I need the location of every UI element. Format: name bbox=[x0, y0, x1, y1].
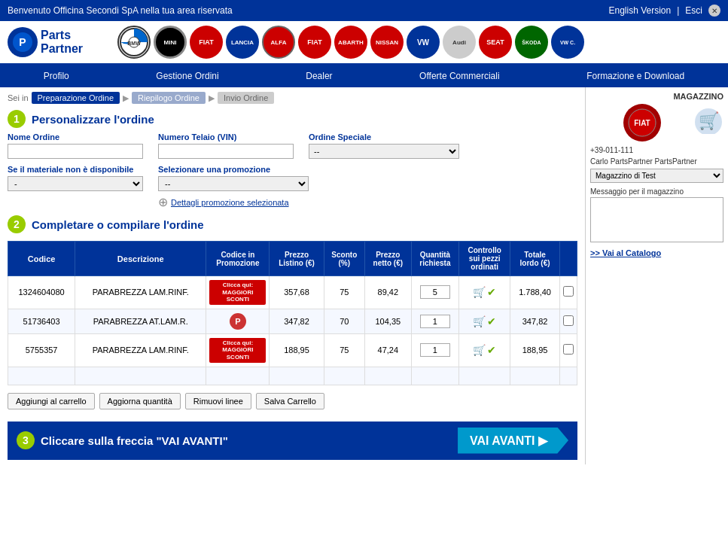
magazzino-select[interactable]: Magazzino di Test bbox=[590, 169, 723, 183]
brand-bar: P Parts Partner BMW MINI FIAT LANCIA ALF… bbox=[0, 21, 728, 65]
row-checkbox-3[interactable] bbox=[563, 344, 574, 355]
promo-badge-p[interactable]: P bbox=[230, 313, 246, 330]
numero-telaio-label: Numero Telaio (VIN) bbox=[158, 132, 294, 142]
cart-large-icon: 🛒 bbox=[693, 107, 723, 139]
nav-bar: Profilo Gestione Ordini Dealer Offerte C… bbox=[0, 65, 728, 87]
table-row: 51736403 PARABREZZA AT.LAM.R. P 347,82 7… bbox=[8, 309, 577, 333]
empty-netto bbox=[365, 367, 412, 385]
cell-totale: 347,82 bbox=[510, 309, 560, 333]
promo-badge-maggiori-sconti[interactable]: Clicca qui:MAGGIORISCONTI bbox=[209, 280, 266, 305]
table-row: 5755357 PARABREZZA LAM.RINF. Clicca qui:… bbox=[8, 333, 577, 367]
brand-fiat2[interactable]: FIAT bbox=[298, 26, 331, 59]
brand-abarth[interactable]: ABARTH bbox=[334, 26, 367, 59]
magazzino-phone: +39-011-111 bbox=[590, 146, 723, 154]
nav-dealer[interactable]: Dealer bbox=[291, 65, 347, 87]
nav-offerte-commerciali[interactable]: Offerte Commerciali bbox=[404, 65, 514, 87]
qty-input-1[interactable] bbox=[420, 285, 450, 299]
top-bar: Benvenuto Officina Secondi SpA nella tua… bbox=[0, 0, 728, 21]
cell-prezzo-listino: 357,68 bbox=[270, 276, 324, 309]
breadcrumb-step1[interactable]: Preparazione Ordine bbox=[32, 92, 120, 104]
brand-vw-commercial[interactable]: VW C. bbox=[551, 26, 584, 59]
materiale-select[interactable]: - bbox=[8, 176, 143, 191]
cell-desc: PARABREZZA LAM.RINF. bbox=[75, 333, 206, 367]
cell-checkbox bbox=[560, 276, 577, 309]
nav-gestione-ordini[interactable]: Gestione Ordini bbox=[141, 65, 233, 87]
cell-sconto: 75 bbox=[324, 276, 364, 309]
magazzino-title: MAGAZZINO bbox=[590, 92, 723, 101]
section3-bar: 3 Cliccare sulla freccia "VAI AVANTI" VA… bbox=[8, 422, 577, 460]
brand-seat[interactable]: SEAT bbox=[479, 26, 512, 59]
msg-textarea[interactable] bbox=[590, 197, 723, 242]
table-header-row: Codice Descrizione Codice inPromozione P… bbox=[8, 242, 577, 276]
numero-telaio-group: Numero Telaio (VIN) bbox=[158, 132, 294, 159]
top-bar-right: English Version | Esci ✕ bbox=[608, 5, 720, 17]
brand-bmw[interactable]: BMW bbox=[117, 26, 151, 59]
action-icons-1: 🛒 ✔ bbox=[462, 286, 507, 298]
col-qty: Quantitàrichiesta bbox=[411, 242, 459, 276]
fiat-logo: FIAT bbox=[623, 104, 661, 142]
check-icon-1: ✔ bbox=[487, 286, 496, 298]
left-panel: Sei in Preparazione Ordine ▶ Riepilogo O… bbox=[0, 87, 585, 464]
english-version-link[interactable]: English Version bbox=[608, 5, 671, 16]
breadcrumb-step2[interactable]: Riepilogo Ordine bbox=[132, 92, 206, 104]
promo-label: Selezionare una promozione bbox=[158, 165, 309, 174]
qty-input-2[interactable] bbox=[420, 315, 450, 328]
promo-detail-link[interactable]: Dettagli promozione selezionata bbox=[171, 198, 289, 207]
cell-totale: 188,95 bbox=[510, 333, 560, 367]
cell-checkbox bbox=[560, 333, 577, 367]
order-table-section: Codice Descrizione Codice inPromozione P… bbox=[8, 241, 577, 385]
table-row-empty bbox=[8, 367, 577, 385]
ordine-speciale-select[interactable]: -- bbox=[309, 144, 459, 159]
cart-icon-1[interactable]: 🛒 bbox=[473, 286, 486, 298]
ordine-speciale-label: Ordine Speciale bbox=[309, 132, 459, 142]
breadcrumb-arrow2: ▶ bbox=[209, 93, 215, 103]
brand-lancia[interactable]: LANCIA bbox=[226, 26, 259, 59]
nome-ordine-group: Nome Ordine bbox=[8, 132, 143, 159]
order-table: Codice Descrizione Codice inPromozione P… bbox=[8, 241, 577, 385]
brand-nissan[interactable]: NISSAN bbox=[370, 26, 404, 59]
svg-text:FIAT: FIAT bbox=[634, 119, 650, 127]
nav-formazione-download[interactable]: Formazione e Download bbox=[571, 65, 699, 87]
materiale-group: Se il materiale non è disponibile - bbox=[8, 165, 143, 209]
cell-codice: 1324604080 bbox=[8, 276, 75, 309]
empty-sconto bbox=[324, 367, 364, 385]
nav-profilo[interactable]: Profilo bbox=[29, 65, 84, 87]
col-prezzo-netto: Prezzonetto (€) bbox=[365, 242, 412, 276]
brand-alfa[interactable]: ALFA bbox=[262, 26, 295, 59]
vai-avanti-button[interactable]: VAI AVANTI ▶ bbox=[458, 428, 568, 454]
cell-qty bbox=[411, 309, 459, 333]
promo-select[interactable]: -- bbox=[158, 176, 309, 191]
col-descrizione: Descrizione bbox=[75, 242, 206, 276]
brand-fiat[interactable]: FIAT bbox=[190, 26, 223, 59]
logo-area: P Parts Partner bbox=[8, 27, 113, 57]
svg-text:BMW: BMW bbox=[127, 41, 141, 46]
cell-promo: P bbox=[206, 309, 270, 333]
close-button[interactable]: ✕ bbox=[708, 5, 720, 17]
aggiorna-quantita-button[interactable]: Aggiorna quantità bbox=[99, 393, 181, 409]
col-codice: Codice bbox=[8, 242, 75, 276]
catalogo-link[interactable]: >> Vai al Catalogo bbox=[590, 248, 723, 257]
welcome-text: Benvenuto Officina Secondi SpA nella tua… bbox=[8, 5, 233, 16]
numero-telaio-input[interactable] bbox=[158, 144, 294, 159]
aggiungi-carrello-button[interactable]: Aggiungi al carrello bbox=[8, 393, 95, 409]
rimuovi-linee-button[interactable]: Rimuovi linee bbox=[185, 393, 251, 409]
brand-skoda[interactable]: ŠKODA bbox=[515, 26, 548, 59]
cart-icon-2[interactable]: 🛒 bbox=[473, 315, 486, 327]
brand-audi[interactable]: Audi bbox=[443, 26, 476, 59]
brand-mini[interactable]: MINI bbox=[154, 26, 187, 59]
breadcrumb-step3[interactable]: Invio Ordine bbox=[218, 92, 274, 104]
section2-header: 2 Completare o compilare l'ordine bbox=[8, 215, 577, 233]
promo-badge-maggiori-sconti-3[interactable]: Clicca qui:MAGGIORISCONTI bbox=[209, 338, 266, 363]
section1-title: Personalizzare l'ordine bbox=[32, 113, 154, 126]
nome-ordine-input[interactable] bbox=[8, 144, 143, 159]
salva-carrello-button[interactable]: Salva Carrello bbox=[256, 393, 324, 409]
bottom-buttons: Aggiungi al carrello Aggiorna quantità R… bbox=[8, 393, 577, 409]
cart-icon-3[interactable]: 🛒 bbox=[473, 344, 486, 356]
section1-form: Nome Ordine Numero Telaio (VIN) Ordine S… bbox=[8, 132, 577, 159]
esci-link[interactable]: Esci bbox=[685, 5, 702, 16]
qty-input-3[interactable] bbox=[420, 343, 450, 357]
row-checkbox-2[interactable] bbox=[563, 315, 574, 326]
row-checkbox-1[interactable] bbox=[563, 286, 574, 297]
empty-totale bbox=[510, 367, 560, 385]
brand-vw[interactable]: VW bbox=[407, 26, 440, 59]
